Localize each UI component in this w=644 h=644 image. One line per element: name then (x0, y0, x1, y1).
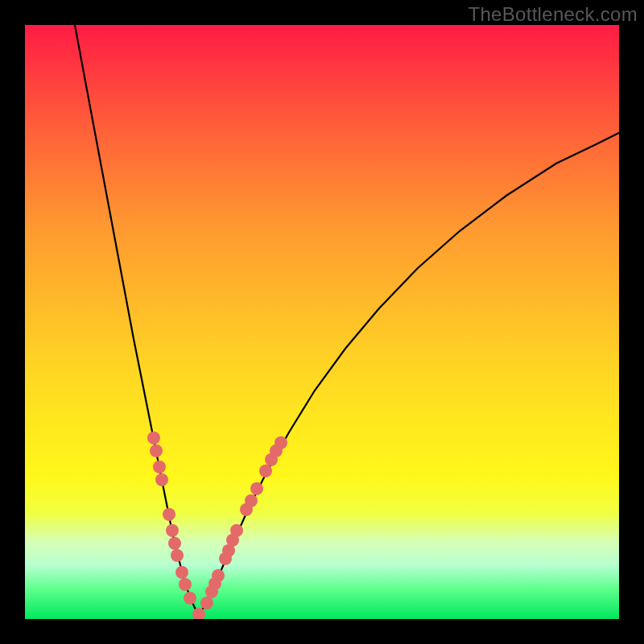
data-point (212, 569, 225, 582)
data-point (147, 431, 160, 444)
data-point (200, 597, 213, 609)
data-point (275, 436, 287, 449)
plot-area (25, 25, 619, 619)
left-curve (75, 25, 199, 616)
data-point (168, 537, 181, 550)
data-point (171, 549, 184, 562)
chart-svg (25, 25, 619, 619)
data-point (166, 524, 179, 537)
data-point (179, 578, 192, 591)
data-point (184, 592, 196, 605)
data-point (259, 464, 272, 477)
watermark-text: TheBottleneck.com (468, 3, 638, 26)
data-point (245, 494, 258, 507)
data-point (250, 482, 263, 495)
data-point (153, 460, 166, 473)
data-point (163, 508, 175, 521)
data-point (230, 524, 243, 537)
chart-frame: TheBottleneck.com (0, 0, 644, 644)
right-curve (199, 133, 619, 616)
data-points (147, 431, 287, 619)
data-point (150, 444, 163, 457)
data-point (155, 473, 168, 486)
data-point (175, 566, 188, 579)
